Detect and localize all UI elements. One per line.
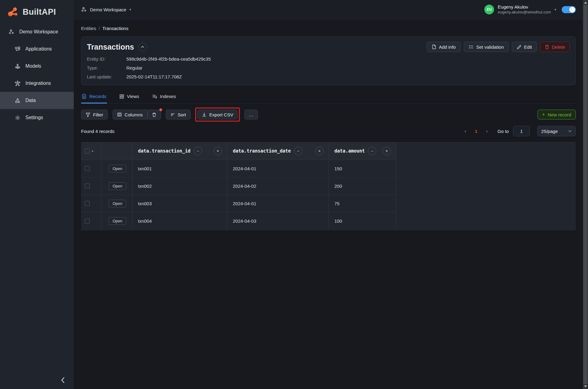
tab-views[interactable]: Views: [119, 89, 140, 103]
prev-page-button[interactable]: ‹: [463, 128, 468, 134]
column-collapse-button[interactable]: −: [194, 147, 202, 155]
user-menu[interactable]: EU Eugeny Akulov eugeny.akulov@wiredhut.…: [484, 4, 556, 15]
topbar-right: EU Eugeny Akulov eugeny.akulov@wiredhut.…: [484, 4, 576, 15]
edit-button[interactable]: Edit: [512, 42, 537, 52]
filter-funnel-icon: [86, 112, 90, 117]
row-checkbox[interactable]: [85, 201, 90, 206]
row-checkbox[interactable]: [85, 166, 90, 171]
sort-label: Sort: [178, 112, 186, 117]
tab-records[interactable]: Records: [81, 89, 107, 103]
row-checkbox[interactable]: [85, 183, 90, 188]
scrollbar-thumb[interactable]: [583, 5, 587, 384]
sidebar-nav: Demo Workspace Applications Models: [0, 23, 74, 126]
entity-fields: Entity ID: 598c9d4b-2f49-4f2b-bdea-cea5d…: [87, 56, 570, 79]
cell-amount: 100: [329, 212, 396, 230]
sidebar-item-models[interactable]: Models: [0, 58, 74, 75]
settings-gear-icon: [15, 115, 20, 121]
add-info-button[interactable]: Add info: [427, 42, 461, 52]
user-name: Eugeny Akulov: [498, 4, 551, 10]
sidebar-item-workspace[interactable]: Demo Workspace: [0, 23, 74, 40]
tab-views-label: Views: [127, 94, 139, 99]
cell-transaction-id: txn004: [132, 212, 227, 230]
add-info-label: Add info: [439, 44, 456, 50]
set-validation-button[interactable]: Set validation: [464, 42, 509, 52]
sort-button[interactable]: Sort: [166, 110, 191, 119]
new-record-button[interactable]: + New record: [538, 110, 576, 119]
sort-icon: [170, 113, 175, 117]
entity-type-label: Type:: [87, 65, 126, 70]
entity-id-label: Entity ID:: [87, 56, 126, 62]
open-record-button[interactable]: Open: [109, 200, 126, 207]
workspace-switcher[interactable]: Demo Workspace ▾: [81, 7, 131, 13]
row-select-cell: [81, 212, 101, 230]
header-transaction-id: data.transaction_id − ×: [132, 142, 227, 160]
sidebar-item-applications[interactable]: Applications: [0, 40, 74, 58]
delete-button[interactable]: Delete: [540, 42, 570, 52]
edit-label: Edit: [524, 44, 532, 50]
chevron-left-icon: [61, 376, 65, 384]
columns-icon: [117, 112, 122, 117]
next-page-button[interactable]: ›: [484, 128, 489, 134]
indexes-search-icon: [152, 94, 157, 99]
trash-icon: [545, 45, 549, 49]
dark-mode-toggle[interactable]: ☾: [562, 6, 576, 13]
brand-logo: BuiltAPI: [0, 0, 74, 23]
sidebar-item-label: Demo Workspace: [19, 29, 58, 35]
row-checkbox[interactable]: [85, 219, 90, 224]
scroll-down-arrow-icon[interactable]: [584, 385, 587, 387]
workspace-icon: [81, 7, 87, 13]
sidebar-collapse-button[interactable]: [59, 376, 67, 385]
current-page[interactable]: 1: [472, 129, 480, 134]
cell-amount: 150: [329, 160, 396, 177]
column-remove-button[interactable]: ×: [214, 147, 222, 155]
breadcrumb-entities[interactable]: Entities: [81, 26, 96, 31]
column-remove-button[interactable]: ×: [382, 147, 391, 155]
filter-button[interactable]: Filter: [81, 110, 108, 119]
open-record-button[interactable]: Open: [109, 217, 126, 225]
results-row: Found 4 records ‹ 1 › Go to 25/page: [81, 126, 576, 136]
export-csv-button[interactable]: Export CSV: [197, 110, 238, 119]
columns-active-badge: [159, 108, 162, 111]
open-record-button[interactable]: Open: [109, 165, 126, 172]
table-columns: ▾ data.transaction_id − × data.transacti…: [81, 142, 396, 230]
cell-transaction-id: txn003: [132, 195, 227, 212]
user-meta: Eugeny Akulov eugeny.akulov@wiredhut.com: [498, 4, 551, 15]
panel-collapse-button[interactable]: [138, 43, 147, 51]
column-remove-button[interactable]: ×: [315, 147, 324, 155]
chevron-up-icon: [141, 46, 144, 48]
sidebar-item-settings[interactable]: Settings: [0, 109, 74, 126]
sidebar-item-data[interactable]: Data: [0, 92, 74, 109]
goto-page-input[interactable]: [513, 126, 530, 136]
columns-button[interactable]: Columns: [113, 110, 147, 119]
entity-id-value: 598c9d4b-2f49-4f2b-bdea-cea5db429c35: [126, 56, 211, 62]
columns-clear-button[interactable]: [147, 110, 161, 119]
page-size-select[interactable]: 25/page: [537, 126, 576, 136]
tab-indexes[interactable]: Indexes: [151, 89, 177, 103]
results-summary: Found 4 records: [81, 129, 114, 134]
sidebar-item-integrations[interactable]: Integrations: [0, 75, 74, 92]
user-email: eugeny.akulov@wiredhut.com: [498, 10, 551, 15]
entity-updated-value: 2025-02-14T11:17:17.708Z: [126, 74, 182, 79]
page-title: Transactions: [87, 43, 134, 51]
toggle-knob: ☾: [569, 7, 575, 13]
scroll-up-arrow-icon[interactable]: [584, 2, 587, 4]
more-actions-button[interactable]: ...: [244, 110, 258, 119]
select-all-checkbox[interactable]: [85, 149, 90, 153]
row-open-cell: Open: [101, 212, 132, 230]
cell-transaction-id: txn001: [132, 160, 227, 177]
sidebar-item-label: Data: [25, 98, 36, 103]
trash-icon: [152, 112, 156, 117]
breadcrumb-separator: /: [99, 26, 100, 31]
open-record-button[interactable]: Open: [109, 182, 126, 190]
app-root: BuiltAPI Demo Workspace Applications: [0, 0, 583, 389]
cell-transaction-date: 2024-04-03: [227, 212, 329, 230]
table-row: Open txn004 2024-04-03 100: [81, 212, 396, 230]
os-scrollbar[interactable]: [583, 0, 588, 389]
row-open-cell: Open: [101, 160, 132, 177]
column-collapse-button[interactable]: −: [368, 147, 376, 155]
cell-transaction-id: txn002: [132, 177, 227, 194]
column-collapse-button[interactable]: −: [294, 147, 303, 155]
set-validation-label: Set validation: [476, 44, 504, 50]
checklist-icon: [469, 44, 474, 49]
select-menu-caret-icon[interactable]: ▾: [92, 149, 93, 153]
